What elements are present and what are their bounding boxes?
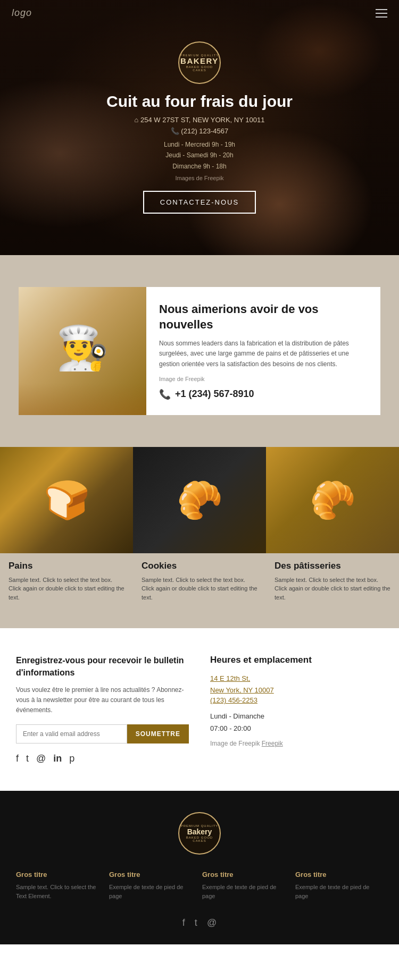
badge-sub-text: BAKED GOOD CAKES — [179, 65, 220, 72]
email-row: SOUMETTRE — [16, 724, 189, 744]
footer-columns: Gros titre Sample text. Click to select … — [16, 871, 383, 901]
location-title: Heures et emplacement — [210, 655, 383, 665]
footer-col-1-text: Sample text. Click to select the Text El… — [16, 883, 104, 901]
location-address: 14 E 12th St, New York, NY 10007 — [210, 673, 383, 696]
product-name-cookies: Cookies — [142, 561, 257, 571]
about-image-credit: Image de Freepik — [159, 376, 368, 382]
hero-title: Cuit au four frais du jour — [106, 92, 293, 111]
products-grid: Pains Sample text. Click to select the t… — [0, 447, 399, 602]
footer-col-3-text: Exemple de texte de pied de page — [202, 883, 290, 901]
about-description: Nous sommes leaders dans la fabrication … — [159, 339, 368, 369]
hero-image-credit: Images de Freepik — [106, 175, 293, 181]
footer-social: f t @ — [16, 917, 383, 928]
product-col-bread: Pains Sample text. Click to select the t… — [0, 447, 133, 602]
about-phone-number: +1 (234) 567-8910 — [175, 388, 254, 400]
footer-col-2-title: Gros titre — [109, 871, 197, 878]
footer-badge-sub: BAKED GOOD CAKES — [179, 836, 220, 842]
about-section: Nous aimerions avoir de vos nouvelles No… — [0, 255, 399, 447]
hero-hours-2: Jeudi - Samedi 9h - 20h — [106, 150, 293, 160]
footer-twitter-icon[interactable]: t — [195, 917, 197, 928]
hero-phone: 📞 (212) 123-4567 — [106, 127, 293, 135]
logo: logo — [12, 7, 32, 19]
newsletter-title: Enregistrez-vous pour recevoir le bullet… — [16, 655, 189, 679]
pinterest-icon[interactable]: p — [69, 753, 74, 764]
product-info-cookies: Cookies Sample text. Click to select the… — [133, 553, 266, 602]
phone-icon: 📞 — [159, 388, 171, 400]
product-info-pastry: Des pâtisseries Sample text. Click to se… — [266, 553, 399, 602]
product-image-bread — [0, 447, 133, 553]
email-input[interactable] — [16, 724, 127, 744]
footer: PREMIUM QUALITY Bakery BAKED GOOD CAKES … — [0, 791, 399, 944]
facebook-icon[interactable]: f — [16, 753, 19, 764]
hero-hours-1: Lundi - Mercredi 9h - 19h — [106, 139, 293, 150]
footer-facebook-icon[interactable]: f — [182, 917, 185, 928]
hero-hours: Lundi - Mercredi 9h - 19h Jeudi - Samedi… — [106, 139, 293, 172]
phone-icon: 📞 — [171, 127, 181, 135]
twitter-icon[interactable]: t — [26, 753, 29, 764]
contact-button[interactable]: CONTACTEZ-NOUS — [143, 191, 256, 214]
location-hours-label: Lundi - Dimanche — [210, 711, 383, 722]
newsletter-description: Vous voulez être le premier à lire nos a… — [16, 685, 189, 716]
footer-badge: PREMIUM QUALITY Bakery BAKED GOOD CAKES — [178, 812, 221, 855]
menu-button[interactable] — [376, 9, 387, 18]
location-image-credit-link[interactable]: Freepik — [262, 740, 283, 747]
badge-main-text: Bakery — [180, 57, 219, 66]
location-hours-time: 07:00 - 20:00 — [210, 723, 383, 734]
info-section: Enregistrez-vous pour recevoir le bullet… — [0, 628, 399, 790]
product-desc-bread: Sample text. Click to select the text bo… — [9, 576, 124, 602]
top-nav: logo — [0, 0, 399, 26]
about-text: Nous aimerions avoir de vos nouvelles No… — [146, 287, 380, 415]
submit-button[interactable]: SOUMETTRE — [127, 724, 189, 744]
footer-badge-main: Bakery — [187, 827, 212, 836]
social-icons: f t @ in p — [16, 753, 189, 764]
location-phone: (123) 456-2253 — [210, 696, 383, 704]
hero-address: ⌂ 254 W 27ST ST, NEW YORK, NY 10011 — [106, 116, 293, 124]
footer-col-3: Gros titre Exemple de texte de pied de p… — [202, 871, 290, 901]
hero-phone-text: (212) 123-4567 — [181, 127, 228, 135]
location-hours: Lundi - Dimanche 07:00 - 20:00 — [210, 711, 383, 734]
product-name-bread: Pains — [9, 561, 124, 571]
footer-col-1: Gros titre Sample text. Click to select … — [16, 871, 104, 901]
footer-col-4: Gros titre Exemple de texte de pied de p… — [295, 871, 383, 901]
product-col-pastry: Des pâtisseries Sample text. Click to se… — [266, 447, 399, 602]
footer-col-1-title: Gros titre — [16, 871, 104, 878]
hero-address-text: 254 W 27ST ST, NEW YORK, NY 10011 — [140, 116, 264, 124]
product-name-pastry: Des pâtisseries — [275, 561, 390, 571]
bakery-badge: PREMIUM QUALITY Bakery BAKED GOOD CAKES — [178, 41, 221, 84]
hero-hours-3: Dimanche 9h - 18h — [106, 161, 293, 172]
about-image — [19, 287, 146, 415]
footer-instagram-icon[interactable]: @ — [207, 917, 217, 928]
location-address-2: New York, NY 10007 — [210, 685, 383, 696]
product-image-cookies — [133, 447, 266, 553]
hero-content: PREMIUM QUALITY Bakery BAKED GOOD CAKES … — [96, 41, 303, 214]
newsletter-block: Enregistrez-vous pour recevoir le bullet… — [16, 655, 189, 764]
product-info-bread: Pains Sample text. Click to select the t… — [0, 553, 133, 602]
about-card: Nous aimerions avoir de vos nouvelles No… — [19, 287, 380, 415]
product-desc-cookies: Sample text. Click to select the text bo… — [142, 576, 257, 602]
product-image-pastry — [266, 447, 399, 553]
footer-col-4-text: Exemple de texte de pied de page — [295, 883, 383, 901]
location-image-credit: Image de Freepik Freepik — [210, 740, 383, 747]
hero-section: PREMIUM QUALITY Bakery BAKED GOOD CAKES … — [0, 0, 399, 255]
linkedin-icon[interactable]: in — [53, 753, 62, 764]
about-phone: 📞 +1 (234) 567-8910 — [159, 388, 368, 400]
location-icon: ⌂ — [135, 116, 140, 124]
products-section: Pains Sample text. Click to select the t… — [0, 447, 399, 629]
about-title: Nous aimerions avoir de vos nouvelles — [159, 302, 368, 332]
footer-col-3-title: Gros titre — [202, 871, 290, 878]
product-col-cookies: Cookies Sample text. Click to select the… — [133, 447, 266, 602]
location-block: Heures et emplacement 14 E 12th St, New … — [210, 655, 383, 764]
footer-col-2: Gros titre Exemple de texte de pied de p… — [109, 871, 197, 901]
product-desc-pastry: Sample text. Click to select the text bo… — [275, 576, 390, 602]
footer-col-4-title: Gros titre — [295, 871, 383, 878]
footer-col-2-text: Exemple de texte de pied de page — [109, 883, 197, 901]
location-address-1: 14 E 12th St, — [210, 673, 383, 685]
instagram-icon[interactable]: @ — [36, 753, 46, 764]
